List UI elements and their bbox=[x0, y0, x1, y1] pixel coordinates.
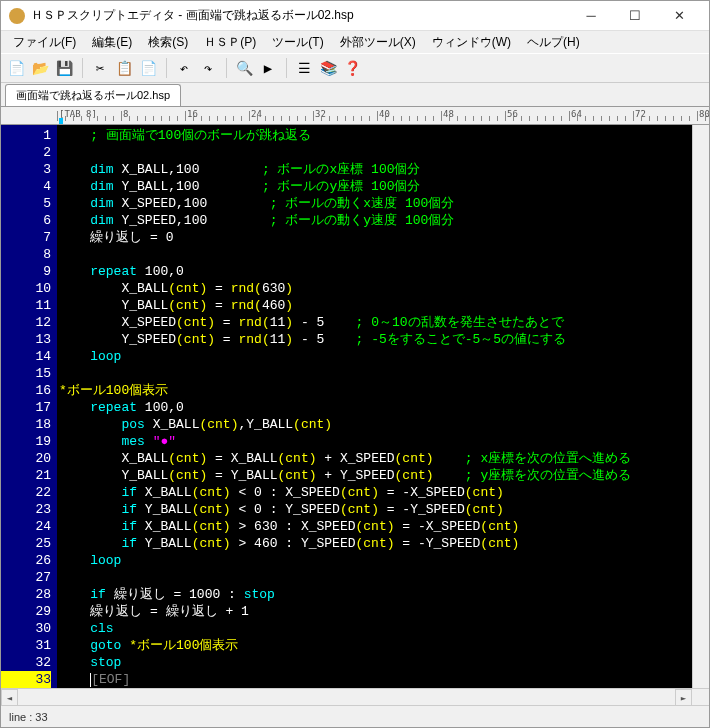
code-line[interactable]: if Y_BALL(cnt) < 0 : Y_SPEED(cnt) = -Y_S… bbox=[59, 501, 692, 518]
line-number: 28 bbox=[1, 586, 51, 603]
code-line[interactable]: loop bbox=[59, 348, 692, 365]
scroll-corner bbox=[692, 689, 709, 705]
open-file-button[interactable]: 📂 bbox=[29, 57, 51, 79]
copy-button[interactable]: 📋 bbox=[113, 57, 135, 79]
save-file-button[interactable]: 💾 bbox=[53, 57, 75, 79]
code-line[interactable]: if 繰り返し = 1000 : stop bbox=[59, 586, 692, 603]
line-number: 17 bbox=[1, 399, 51, 416]
paste-button[interactable]: 📄 bbox=[137, 57, 159, 79]
line-number: 6 bbox=[1, 212, 51, 229]
code-line[interactable] bbox=[59, 365, 692, 382]
scroll-right-button[interactable]: ► bbox=[675, 689, 692, 706]
menu-search[interactable]: 検索(S) bbox=[140, 32, 196, 53]
menu-tools[interactable]: ツール(T) bbox=[264, 32, 331, 53]
code-line[interactable]: mes "●" bbox=[59, 433, 692, 450]
line-number: 19 bbox=[1, 433, 51, 450]
menubar: ファイル(F) 編集(E) 検索(S) ＨＳＰ(P) ツール(T) 外部ツール(… bbox=[1, 31, 709, 53]
code-line[interactable]: if X_BALL(cnt) > 630 : X_SPEED(cnt) = -X… bbox=[59, 518, 692, 535]
code-line[interactable]: dim X_SPEED,100 ; ボールの動くx速度 100個分 bbox=[59, 195, 692, 212]
line-number: 24 bbox=[1, 518, 51, 535]
code-line[interactable]: *ボール100個表示 bbox=[59, 382, 692, 399]
code-line[interactable] bbox=[59, 569, 692, 586]
menu-window[interactable]: ウィンドウ(W) bbox=[424, 32, 519, 53]
window-title: ＨＳＰスクリプトエディタ - 画面端で跳ね返るボール02.hsp bbox=[31, 7, 569, 24]
menu-help[interactable]: ヘルプ(H) bbox=[519, 32, 588, 53]
help-button[interactable]: ❓ bbox=[341, 57, 363, 79]
toolbar-separator bbox=[77, 58, 83, 78]
code-line[interactable]: repeat 100,0 bbox=[59, 399, 692, 416]
line-number: 10 bbox=[1, 280, 51, 297]
new-file-button[interactable]: 📄 bbox=[5, 57, 27, 79]
code-line[interactable]: Y_BALL(cnt) = rnd(460) bbox=[59, 297, 692, 314]
line-number: 15 bbox=[1, 365, 51, 382]
code-line[interactable]: ; 画面端で100個のボールが跳ね返る bbox=[59, 127, 692, 144]
scroll-left-button[interactable]: ◄ bbox=[1, 689, 18, 706]
line-number: 12 bbox=[1, 314, 51, 331]
code-line[interactable]: pos X_BALL(cnt),Y_BALL(cnt) bbox=[59, 416, 692, 433]
horizontal-scrollbar[interactable] bbox=[18, 689, 675, 705]
line-number: 7 bbox=[1, 229, 51, 246]
line-number: 30 bbox=[1, 620, 51, 637]
code-line[interactable]: X_BALL(cnt) = rnd(630) bbox=[59, 280, 692, 297]
menu-edit[interactable]: 編集(E) bbox=[84, 32, 140, 53]
undo-button[interactable]: ↶ bbox=[173, 57, 195, 79]
menu-hsp[interactable]: ＨＳＰ(P) bbox=[196, 32, 264, 53]
line-number: 23 bbox=[1, 501, 51, 518]
menu-ext-tools[interactable]: 外部ツール(X) bbox=[332, 32, 424, 53]
status-bar: line : 33 bbox=[1, 705, 709, 727]
line-number: 11 bbox=[1, 297, 51, 314]
code-line[interactable]: X_SPEED(cnt) = rnd(11) - 5 ; 0～10の乱数を発生さ… bbox=[59, 314, 692, 331]
code-line[interactable]: dim X_BALL,100 ; ボールのx座標 100個分 bbox=[59, 161, 692, 178]
code-line[interactable]: loop bbox=[59, 552, 692, 569]
code-line[interactable]: cls bbox=[59, 620, 692, 637]
line-number: 25 bbox=[1, 535, 51, 552]
code-line[interactable]: goto *ボール100個表示 bbox=[59, 637, 692, 654]
line-number: 16 bbox=[1, 382, 51, 399]
line-number: 20 bbox=[1, 450, 51, 467]
code-line[interactable]: stop bbox=[59, 654, 692, 671]
run-button[interactable]: ▶ bbox=[257, 57, 279, 79]
toolbar: 📄 📂 💾 ✂ 📋 📄 ↶ ↷ 🔍 ▶ ☰ 📚 ❓ bbox=[1, 53, 709, 83]
code-line[interactable]: 繰り返し = 0 bbox=[59, 229, 692, 246]
toolbar-separator bbox=[161, 58, 167, 78]
line-number: 26 bbox=[1, 552, 51, 569]
code-line[interactable] bbox=[59, 246, 692, 263]
line-number: 32 bbox=[1, 654, 51, 671]
code-line[interactable]: 繰り返し = 繰り返し + 1 bbox=[59, 603, 692, 620]
code-line[interactable]: repeat 100,0 bbox=[59, 263, 692, 280]
find-button[interactable]: 🔍 bbox=[233, 57, 255, 79]
line-number: 33 bbox=[1, 671, 51, 688]
titlebar: ＨＳＰスクリプトエディタ - 画面端で跳ね返るボール02.hsp ─ ☐ ✕ bbox=[1, 1, 709, 31]
vertical-scrollbar[interactable] bbox=[692, 125, 709, 688]
code-line[interactable]: if X_BALL(cnt) < 0 : X_SPEED(cnt) = -X_S… bbox=[59, 484, 692, 501]
code-line[interactable]: X_BALL(cnt) = X_BALL(cnt) + X_SPEED(cnt)… bbox=[59, 450, 692, 467]
list2-button[interactable]: 📚 bbox=[317, 57, 339, 79]
menu-file[interactable]: ファイル(F) bbox=[5, 32, 84, 53]
code-line[interactable]: [EOF] bbox=[59, 671, 692, 688]
line-number: 9 bbox=[1, 263, 51, 280]
code-line[interactable]: dim Y_SPEED,100 ; ボールの動くy速度 100個分 bbox=[59, 212, 692, 229]
maximize-button[interactable]: ☐ bbox=[613, 2, 657, 30]
file-tab[interactable]: 画面端で跳ね返るボール02.hsp bbox=[5, 84, 181, 106]
line-number: 22 bbox=[1, 484, 51, 501]
line-number: 14 bbox=[1, 348, 51, 365]
line-number: 13 bbox=[1, 331, 51, 348]
app-icon bbox=[9, 8, 25, 24]
line-number: 21 bbox=[1, 467, 51, 484]
code-line[interactable]: Y_BALL(cnt) = Y_BALL(cnt) + Y_SPEED(cnt)… bbox=[59, 467, 692, 484]
status-line-text: line : 33 bbox=[9, 711, 48, 723]
code-line[interactable]: Y_SPEED(cnt) = rnd(11) - 5 ; -5をすることで-5～… bbox=[59, 331, 692, 348]
code-line[interactable]: if Y_BALL(cnt) > 460 : Y_SPEED(cnt) = -Y… bbox=[59, 535, 692, 552]
window-controls: ─ ☐ ✕ bbox=[569, 2, 701, 30]
code-editor[interactable]: ; 画面端で100個のボールが跳ね返る dim X_BALL,100 ; ボール… bbox=[57, 125, 692, 688]
line-number: 27 bbox=[1, 569, 51, 586]
line-number: 29 bbox=[1, 603, 51, 620]
minimize-button[interactable]: ─ bbox=[569, 2, 613, 30]
code-line[interactable]: dim Y_BALL,100 ; ボールのy座標 100個分 bbox=[59, 178, 692, 195]
redo-button[interactable]: ↷ bbox=[197, 57, 219, 79]
close-button[interactable]: ✕ bbox=[657, 2, 701, 30]
list1-button[interactable]: ☰ bbox=[293, 57, 315, 79]
cut-button[interactable]: ✂ bbox=[89, 57, 111, 79]
code-line[interactable] bbox=[59, 144, 692, 161]
line-number: 8 bbox=[1, 246, 51, 263]
